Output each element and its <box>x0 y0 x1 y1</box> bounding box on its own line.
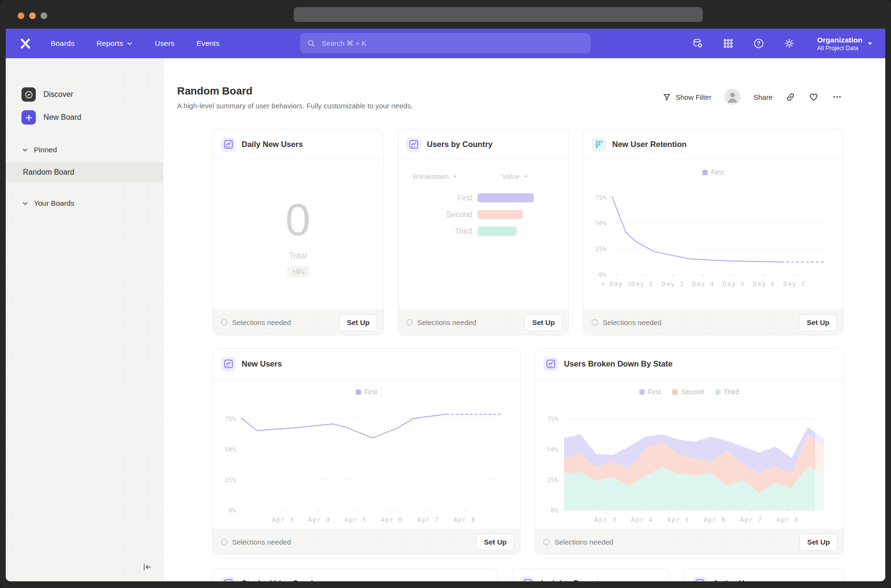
more-options-icon[interactable] <box>832 92 842 102</box>
card-title: Insights Report <box>541 579 599 581</box>
kpi-label: Total <box>289 251 307 261</box>
bar-first <box>477 193 534 202</box>
retention-dots-icon <box>592 137 606 152</box>
insights-chart-icon <box>543 357 558 371</box>
nav-item-reports[interactable]: Reports <box>96 39 133 48</box>
org-scope: All Project Data <box>817 44 862 52</box>
minimize-window-button[interactable] <box>29 12 36 19</box>
bar-third <box>477 227 517 236</box>
status-circle-icon <box>592 319 598 326</box>
card-daily-new-users: Daily New Users 0 Total ↑0% <box>212 129 383 335</box>
card-active-users: Active Users <box>684 568 844 581</box>
chart-legend: FirstSecondThird <box>535 379 843 398</box>
mixpanel-logo-icon[interactable] <box>18 36 32 51</box>
breakdown-dropdown[interactable]: Breakdown <box>398 172 472 180</box>
board-main: Random Board A high-level summary of use… <box>163 58 885 581</box>
retention-line-chart: First75%50%25%0%< Day 1Day 2Day 3Day 4Da… <box>583 160 843 310</box>
card-users-by-state: Users Broken Down By State FirstSecondTh… <box>535 348 844 555</box>
window-titlebar <box>0 0 891 29</box>
nav-right-icons: ? Organization All Project Data <box>692 35 873 52</box>
data-management-icon[interactable] <box>692 38 703 49</box>
insights-chart-icon <box>406 137 421 152</box>
copy-link-icon[interactable] <box>785 92 796 102</box>
nav-item-events[interactable]: Events <box>196 39 220 48</box>
card-title: Users Broken Down By State <box>564 359 672 368</box>
set-up-button[interactable]: Set Up <box>339 314 377 331</box>
help-icon[interactable]: ? <box>753 38 764 49</box>
sidebar-item-new-board[interactable]: New Board <box>6 106 163 129</box>
board-header: Random Board A high-level summary of use… <box>163 85 885 110</box>
org-switcher[interactable]: Organization All Project Data <box>817 35 873 52</box>
chevron-down-icon <box>453 174 458 178</box>
card-users-by-country: Users by Country Breakdown <box>398 129 569 335</box>
apps-grid-icon[interactable] <box>722 38 734 49</box>
insights-chart-icon <box>221 137 235 152</box>
insights-chart-icon <box>221 577 235 582</box>
chevron-down-icon <box>127 41 133 47</box>
nav-items: Boards Reports Users Events <box>51 39 220 48</box>
country-breakdown-table: Breakdown Value <box>398 160 568 236</box>
card-new-user-retention: New User Retention First75%50%25%0%< Day… <box>583 129 843 335</box>
value-dropdown[interactable]: Value <box>502 172 529 180</box>
status-circle-icon <box>543 539 550 545</box>
browser-address-bar[interactable] <box>294 7 703 22</box>
chart-legend: First <box>213 379 520 398</box>
app-window: Boards Reports Users Events <box>6 29 885 581</box>
set-up-button[interactable]: Set Up <box>524 314 562 331</box>
card-title: New Users <box>242 359 282 368</box>
kpi-delta-badge: ↑0% <box>287 266 308 277</box>
cards-row-1: Daily New Users 0 Total ↑0% <box>212 129 844 335</box>
settings-gear-icon[interactable] <box>784 38 795 49</box>
chevron-down-icon <box>523 174 529 178</box>
sidebar-item-discover[interactable]: Discover <box>6 83 163 106</box>
traffic-lights <box>18 12 47 19</box>
favorite-heart-icon[interactable] <box>808 92 819 102</box>
nav-item-boards[interactable]: Boards <box>51 39 74 48</box>
content-area: Discover New Board Pinned Random Board <box>6 58 885 581</box>
set-up-button[interactable]: Set Up <box>476 534 514 551</box>
set-up-button[interactable]: Set Up <box>799 314 837 331</box>
cards-row-2: New Users First75%50%25%0%Apr 3Apr 4Apr … <box>212 348 844 555</box>
board-actions: Show Filter Share <box>662 89 842 105</box>
bar-row: First <box>398 193 568 202</box>
share-button[interactable]: Share <box>753 93 773 101</box>
plus-icon <box>21 110 36 125</box>
chevron-down-icon <box>21 147 29 154</box>
card-stacked-line-graph: Stacked Line Graph <box>212 568 498 581</box>
search-icon <box>308 39 316 48</box>
sidebar-section-your-boards[interactable]: Your Boards <box>6 194 163 213</box>
nav-item-users[interactable]: Users <box>155 39 174 48</box>
sidebar: Discover New Board Pinned Random Board <box>6 58 163 581</box>
chevron-down-icon <box>867 41 873 46</box>
set-up-button[interactable]: Set Up <box>799 534 838 551</box>
insights-chart-icon <box>520 577 535 582</box>
zoom-window-button[interactable] <box>41 12 47 19</box>
status-circle-icon <box>221 539 227 545</box>
collapse-sidebar-button[interactable] <box>140 560 153 574</box>
insights-chart-icon <box>221 357 235 371</box>
status-circle-icon <box>221 319 227 326</box>
status-circle-icon <box>406 319 413 326</box>
search-input[interactable] <box>321 39 584 48</box>
card-title: Users by Country <box>427 140 493 149</box>
cards-row-3: Stacked Line Graph <box>212 568 844 581</box>
avatar[interactable] <box>724 89 741 105</box>
close-window-button[interactable] <box>18 12 24 19</box>
insights-chart-icon <box>692 577 707 582</box>
card-title: Daily New Users <box>242 140 303 149</box>
top-navbar: Boards Reports Users Events <box>6 29 885 58</box>
show-filter-button[interactable]: Show Filter <box>662 93 711 102</box>
global-search[interactable] <box>300 33 591 53</box>
page-title: Random Board <box>177 85 413 97</box>
new-users-line-chart: First75%50%25%0%Apr 3Apr 4Apr 5Apr 6Apr … <box>213 379 520 529</box>
sidebar-item-random-board[interactable]: Random Board <box>6 162 163 182</box>
bar-row: Second <box>398 210 568 219</box>
sidebar-section-pinned[interactable]: Pinned <box>6 140 163 159</box>
chart-legend: First <box>583 160 843 178</box>
chevron-down-icon <box>21 200 29 207</box>
page-subtitle: A high-level summary of user behaviors. … <box>177 102 413 110</box>
card-title: New User Retention <box>612 140 687 149</box>
svg-text:?: ? <box>757 40 761 47</box>
state-stacked-area-chart: FirstSecondThird75%50%25%0%Apr 3Apr 4Apr… <box>535 379 843 529</box>
card-title: Stacked Line Graph <box>242 579 316 581</box>
